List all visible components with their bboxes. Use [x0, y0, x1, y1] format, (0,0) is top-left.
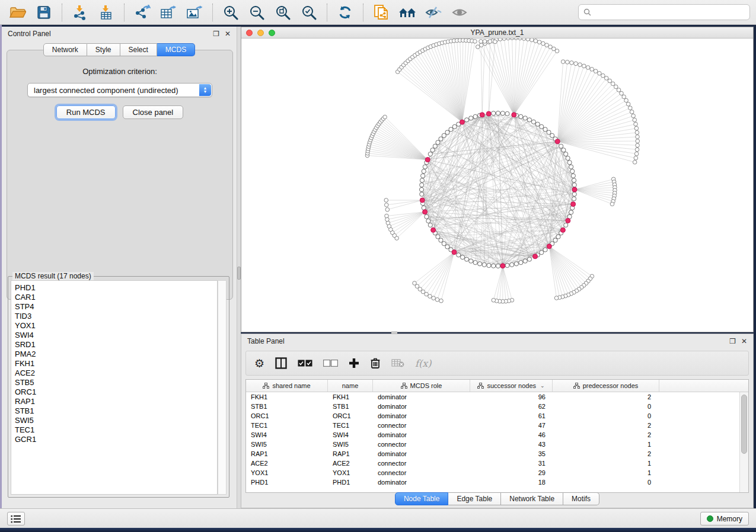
search-box[interactable] — [578, 4, 750, 20]
column-header-shared-name[interactable]: shared name — [246, 380, 328, 392]
table-row[interactable]: RAP1RAP1dominator352 — [246, 449, 748, 459]
network-graph[interactable] — [241, 39, 753, 332]
table-row[interactable]: PHD1PHD1dominator180 — [246, 477, 748, 487]
refresh-button[interactable] — [333, 2, 357, 23]
tab-edge-table[interactable]: Edge Table — [448, 492, 501, 505]
table-scrollbar[interactable] — [739, 392, 748, 492]
mcds-result-item[interactable]: RAP1 — [15, 397, 217, 406]
task-history-button[interactable] — [7, 512, 25, 525]
table-scrollbar-thumb[interactable] — [741, 395, 747, 454]
search-icon — [583, 8, 591, 16]
column-header-successor-nodes[interactable]: successor nodes ⌄ — [470, 380, 553, 392]
table-cell: YOX1 — [328, 468, 373, 477]
tab-network[interactable]: Network — [43, 43, 87, 56]
close-panel-icon[interactable]: ✕ — [225, 30, 231, 37]
tab-motifs[interactable]: Motifs — [563, 492, 599, 505]
import-table-button[interactable] — [94, 2, 118, 23]
column-header-mcds-role[interactable]: MCDS role — [373, 380, 470, 392]
table-settings-gear-icon[interactable]: ⚙ — [254, 354, 264, 372]
select-all-columns-icon[interactable] — [298, 354, 312, 372]
show-column-panel-icon[interactable] — [275, 354, 287, 372]
mcds-result-item[interactable]: STB5 — [15, 378, 217, 387]
show-all-networks-button[interactable] — [395, 2, 419, 23]
export-table-button[interactable] — [157, 2, 180, 23]
mcds-result-item[interactable]: STB1 — [15, 406, 217, 416]
search-input[interactable] — [595, 8, 745, 17]
toolbar-separator — [363, 4, 363, 21]
mcds-result-item[interactable]: SWI5 — [15, 416, 217, 425]
table-cell: dominator — [373, 449, 470, 459]
sort-descending-icon: ⌄ — [540, 383, 545, 389]
table-panel-header: Table Panel ❒ ✕ — [241, 334, 753, 348]
close-panel-icon[interactable]: ✕ — [741, 338, 747, 345]
network-canvas[interactable] — [241, 39, 753, 332]
delete-column-trash-icon[interactable] — [370, 354, 381, 372]
mcds-result-item[interactable]: PHD1 — [15, 283, 217, 293]
deselect-all-columns-icon[interactable] — [323, 354, 338, 372]
column-header-predecessor-nodes[interactable]: predecessor nodes — [553, 380, 659, 392]
table-row[interactable]: ACE2ACE2connector311 — [246, 459, 748, 468]
mcds-result-item[interactable]: TEC1 — [15, 425, 217, 435]
tab-network-table[interactable]: Network Table — [501, 492, 563, 505]
zoom-in-button[interactable] — [219, 2, 243, 23]
duplicate-network-button[interactable] — [369, 2, 393, 23]
mcds-result-item[interactable]: GCR1 — [15, 435, 217, 444]
tab-select[interactable]: Select — [120, 43, 157, 56]
float-panel-icon[interactable]: ❒ — [213, 30, 219, 37]
table-row[interactable]: ORC1ORC1dominator610 — [246, 411, 748, 421]
tab-style[interactable]: Style — [87, 43, 120, 56]
export-network-button[interactable] — [130, 2, 154, 23]
desktop-edge-bottom — [0, 528, 756, 532]
save-session-button[interactable] — [32, 2, 56, 23]
table-cell: 2 — [553, 392, 659, 402]
table-row[interactable]: SWI5SWI5connector431 — [246, 440, 748, 449]
mcds-result-scrollbar[interactable] — [218, 280, 227, 495]
open-file-button[interactable] — [6, 2, 30, 23]
table-header-row: shared name name MCDS role successor nod… — [246, 380, 748, 392]
mcds-result-item[interactable]: ACE2 — [15, 368, 217, 378]
mcds-result-item[interactable]: YOX1 — [15, 321, 217, 331]
table-cell: 0 — [553, 402, 659, 411]
select-stepper-icon: ▲▼ — [199, 84, 211, 96]
zoom-selected-button[interactable] — [297, 2, 321, 23]
mcds-result-item[interactable]: STP4 — [15, 302, 217, 312]
tab-mcds[interactable]: MCDS — [157, 43, 195, 56]
mcds-result-item[interactable]: SWI4 — [15, 331, 217, 340]
control-panel-header: Control Panel ❒ ✕ — [2, 27, 237, 41]
import-network-button[interactable] — [68, 2, 92, 23]
zoom-out-button[interactable] — [245, 2, 269, 23]
close-panel-button[interactable]: Close panel — [123, 105, 184, 119]
mcds-result-item[interactable]: ORC1 — [15, 387, 217, 397]
table-cell: connector — [373, 459, 470, 468]
table-cell — [659, 449, 748, 459]
export-image-button[interactable] — [183, 2, 206, 23]
zoom-fit-button[interactable] — [271, 2, 295, 23]
import-network-icon — [72, 5, 88, 20]
table-row[interactable]: SWI4SWI4dominator462 — [246, 430, 748, 440]
table-row[interactable]: TEC1TEC1connector472 — [246, 421, 748, 430]
table-row[interactable]: FKH1FKH1dominator962 — [246, 392, 748, 402]
delete-table-icon-disabled — [391, 354, 404, 372]
mcds-result-list[interactable]: PHD1CAR1STP4TID3YOX1SWI4SRD1PMA2FKH1ACE2… — [11, 280, 218, 495]
mcds-result-item[interactable]: TID3 — [15, 312, 217, 321]
mcds-result-item[interactable]: PMA2 — [15, 350, 217, 359]
table-row[interactable]: STB1STB1dominator620 — [246, 402, 748, 411]
run-mcds-button[interactable]: Run MCDS — [56, 105, 116, 119]
mcds-result-item[interactable]: CAR1 — [15, 293, 217, 302]
mcds-result-item[interactable]: SRD1 — [15, 340, 217, 350]
mcds-result-item[interactable]: FKH1 — [15, 359, 217, 368]
column-header-name[interactable]: name — [328, 380, 373, 392]
table-row[interactable]: YOX1YOX1connector291 — [246, 468, 748, 477]
show-panel-button[interactable] — [448, 2, 471, 23]
float-panel-icon[interactable]: ❒ — [729, 338, 736, 345]
zoom-selected-icon — [301, 5, 317, 20]
memory-button[interactable]: Memory — [700, 512, 749, 525]
create-column-plus-icon[interactable] — [349, 354, 359, 372]
mcds-result-title: MCDS result (17 nodes) — [12, 272, 94, 280]
network-window: YPA_prune.txt_1 — [241, 27, 754, 332]
tab-node-table[interactable]: Node Table — [395, 492, 449, 505]
hide-panel-button[interactable] — [422, 2, 445, 23]
optimization-select[interactable]: largest connected component (undirected)… — [27, 83, 212, 97]
table-cell: RAP1 — [246, 449, 328, 459]
table-cell — [659, 402, 748, 411]
